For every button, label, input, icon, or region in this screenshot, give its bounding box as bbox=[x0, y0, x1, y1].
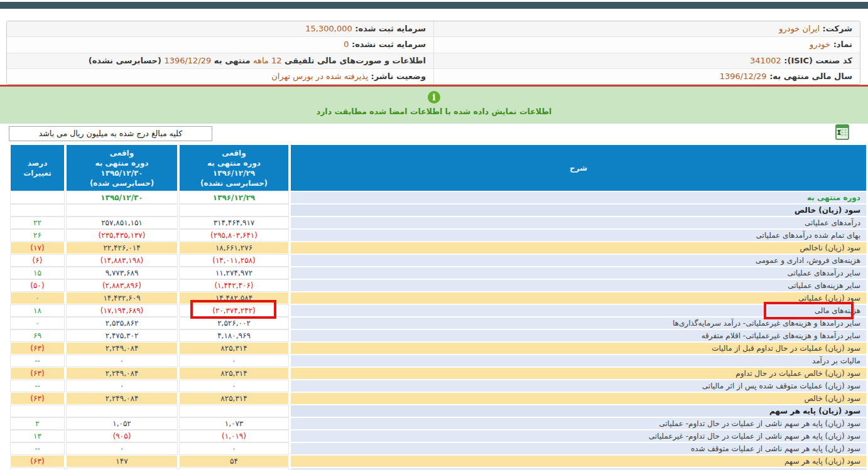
percent-change-cell: (۶) bbox=[10, 254, 65, 267]
info-cell-left: سرمایه ثبت شده: 15,300,000 bbox=[7, 21, 433, 36]
value-1396-cell: (۱۴,۰۱۱,۲۵۸) bbox=[179, 254, 289, 267]
desc-cell: مالیات بر درآمد bbox=[290, 355, 867, 367]
percent-change-cell bbox=[10, 467, 65, 470]
percent-change-cell: (۶۳) bbox=[10, 455, 65, 467]
info-cell-right: نماد: خودرو bbox=[433, 37, 860, 52]
desc-cell: سایر درآمدها و هزینه‌های غیرعملیاتی- درآ… bbox=[290, 317, 867, 329]
value-1395-cell: ۰ bbox=[66, 380, 178, 392]
value-1396-cell: ۸۲۵,۳۱۴ bbox=[179, 367, 289, 380]
value-1395-cell bbox=[66, 405, 178, 417]
desc-cell: درآمدهای عملیاتی bbox=[290, 216, 867, 229]
table-row: سود (زیان) عملیات متوقف شده پس از اثر ما… bbox=[10, 380, 867, 392]
company-info-panel: شرکت: ایران خودروسرمایه ثبت شده: 15,300,… bbox=[6, 21, 860, 85]
info-label: نماد: bbox=[830, 40, 852, 49]
desc-cell: هزینه‌های فروش، اداری و عمومی bbox=[290, 254, 867, 267]
table-row: سایر درآمدها و هزینه‌های غیرعملیاتی- اقل… bbox=[10, 329, 867, 342]
value-1395-cell: (۱۴,۸۸۳,۱۹۸) bbox=[66, 254, 178, 267]
percent-change-cell: ۱۸ bbox=[10, 304, 65, 317]
value-1396-cell: ۱۸,۶۶۱,۲۷۶ bbox=[179, 242, 289, 254]
desc-cell: سایر درآمدها و هزینه‌های غیرعملیاتی- اقل… bbox=[290, 329, 867, 342]
col-header-actual-1396: واقعیدوره منتهی به۱۳۹۶/۱۲/۲۹(حسابرسی نشد… bbox=[179, 144, 289, 191]
info-label: شرکت: bbox=[820, 24, 852, 33]
percent-change-cell: ۲۶ bbox=[10, 229, 65, 242]
desc-cell: سایر درآمدهای عملیاتی bbox=[290, 267, 867, 279]
value-1396-cell bbox=[179, 405, 289, 417]
info-label: کد صنعت (ISIC): bbox=[781, 56, 852, 65]
value-1395-cell: ۱۳۹۵/۱۲/۳۰ bbox=[66, 191, 178, 204]
value-1395-cell: (۱۷,۱۹۴,۶۸۹) bbox=[66, 304, 178, 317]
table-row: دوره منتهی به۱۳۹۶/۱۲/۲۹۱۳۹۵/۱۲/۳۰ bbox=[10, 191, 867, 204]
desc-cell: سود (زیان) پایه هر سهم bbox=[290, 455, 867, 467]
info-cell-left: سرمایه ثبت نشده: 0 bbox=[7, 37, 433, 52]
desc-cell: سود (زیان) خالص bbox=[290, 204, 867, 216]
info-cell-left: وضعیت ناشر: پذیرفته شده در بورس تهران bbox=[7, 69, 433, 84]
table-row: سود (زیان) پایه هر سهم ناشی از عملیات مت… bbox=[10, 442, 867, 455]
desc-cell bbox=[290, 467, 867, 470]
percent-change-cell: (۵۰) bbox=[10, 279, 65, 292]
table-row: سایر درآمدهای عملیاتی۱۱,۲۷۴,۹۷۲۹,۷۷۳,۶۸۹… bbox=[10, 267, 867, 279]
value-1395-cell: ۱۴,۴۳۲,۶۰۹ bbox=[66, 292, 178, 304]
value-1396-cell: ۱,۰۷۳ bbox=[179, 417, 289, 430]
col-header-desc: شرح bbox=[290, 144, 867, 191]
info-label: سال مالی منتهی به: bbox=[767, 72, 852, 81]
desc-cell: سایر هزینه‌های عملیاتی bbox=[290, 279, 867, 292]
value-1395-cell: (۲۳۵,۴۳۵,۱۳۷) bbox=[66, 229, 178, 242]
value-1396-cell bbox=[179, 204, 289, 216]
desc-cell: سود (زیان) پایه هر سهم ناشی از عملیات در… bbox=[290, 430, 867, 442]
value-1395-cell: ۲۵۷,۸۵۱,۱۵۱ bbox=[66, 216, 178, 229]
desc-cell: سود (زیان) پایه هر سهم ناشی از عملیات مت… bbox=[290, 442, 867, 455]
desc-cell: سود (زیان) عملیات متوقف شده پس از اثر ما… bbox=[290, 380, 867, 392]
value-1395-cell: ۱۴۷ bbox=[66, 455, 178, 467]
table-row: مالیات بر درآمد۰۰-- bbox=[10, 355, 867, 367]
value-1395-cell: ۲,۲۴۹,۰۸۴ bbox=[66, 367, 178, 380]
value-1395-cell: ۲۲,۴۲۶,۰۱۴ bbox=[66, 242, 178, 254]
percent-change-cell bbox=[10, 405, 65, 417]
info-cell-right: شرکت: ایران خودرو bbox=[433, 21, 860, 36]
info-value: خودرو bbox=[810, 40, 830, 49]
value-1395-cell: ۲,۲۴۹,۰۸۴ bbox=[66, 342, 178, 355]
info-value: ایران خودرو bbox=[779, 24, 820, 33]
percent-change-cell: ۲۲ bbox=[10, 216, 65, 229]
value-1395-cell: (۲,۸۸۳,۸۹۶) bbox=[66, 279, 178, 292]
desc-cell: سود (زیان) پایه هر سهم ناشی از عملیات در… bbox=[290, 417, 867, 430]
table-row: سود (زیان) پایه هر سهم۵۴۱۴۷(۶۳) bbox=[10, 455, 867, 467]
desc-cell: دوره منتهی به bbox=[290, 191, 867, 204]
info-label: سرمایه ثبت نشده: bbox=[349, 40, 426, 49]
info-value: پذیرفته شده در بورس تهران bbox=[271, 72, 368, 81]
percent-change-cell bbox=[10, 204, 65, 216]
info-label: وضعیت ناشر: bbox=[368, 72, 426, 81]
value-1395-cell bbox=[66, 467, 178, 470]
percent-change-cell: -- bbox=[10, 380, 65, 392]
table-row: سود (زیان) خالص bbox=[10, 204, 867, 216]
table-row: سود (زیان) پایه هر سهم ناشی از عملیات در… bbox=[10, 430, 867, 442]
table-row-financial-costs: هزینه‌های مالی(۲۰,۳۷۴,۲۴۲)(۱۷,۱۹۴,۶۸۹)۱۸ bbox=[10, 304, 867, 317]
info-cell-right: سال مالی منتهی به: 1396/12/29 bbox=[433, 69, 860, 84]
percent-change-cell: (۱۷) bbox=[10, 242, 65, 254]
percent-change-cell: (۶۳) bbox=[10, 342, 65, 355]
table-row: سود (زیان) عملیات در حال تداوم قبل از ما… bbox=[10, 342, 867, 355]
value-1396-cell: ۰ bbox=[179, 380, 289, 392]
table-row bbox=[10, 467, 867, 470]
excel-export-icon[interactable] bbox=[833, 124, 850, 141]
percent-change-cell: ۰ bbox=[10, 292, 65, 304]
info-row: کد صنعت (ISIC): 341002اطلاعات و صورت‌های… bbox=[7, 53, 860, 69]
value-1396-cell: (۱,۴۴۲,۴۰۶) bbox=[179, 279, 289, 292]
table-row: سود (زیان) عملیاتی۱۴,۴۸۲,۵۸۴۱۴,۴۳۲,۶۰۹۰ bbox=[10, 292, 867, 304]
desc-cell: سود (زیان) خالص عملیات در حال تداوم bbox=[290, 367, 867, 380]
info-value: 12 ماهه bbox=[253, 56, 281, 65]
value-1395-cell: ۰ bbox=[66, 442, 178, 455]
percent-change-cell: ۲ bbox=[10, 417, 65, 430]
info-row: نماد: خودروسرمایه ثبت نشده: 0 bbox=[7, 37, 860, 53]
info-label: سرمایه ثبت شده: bbox=[352, 24, 426, 33]
value-1396-cell: ۱۳۹۶/۱۲/۲۹ bbox=[179, 191, 289, 204]
value-1396-cell: ۳۱۴,۴۶۴,۹۱۷ bbox=[179, 216, 289, 229]
percent-change-cell: ۱۵ bbox=[10, 267, 65, 279]
value-1395-cell: ۲,۴۷۵,۳۰۲ bbox=[66, 329, 178, 342]
info-value: 15,300,000 bbox=[305, 24, 352, 33]
table-row: سود (زیان) ناخالص۱۸,۶۶۱,۲۷۶۲۲,۴۲۶,۰۱۴(۱۷… bbox=[10, 242, 867, 254]
table-row: سود (زیان) خالص۸۲۵,۳۱۴۲,۲۴۹,۰۸۴(۶۳) bbox=[10, 392, 867, 405]
page: شرکت: ایران خودروسرمایه ثبت شده: 15,300,… bbox=[0, 0, 868, 470]
value-1396-cell: ۸۲۵,۳۱۴ bbox=[179, 392, 289, 405]
value-1396-cell: ۰ bbox=[179, 355, 289, 367]
signature-match-banner: i اطلاعات نمایش داده شده با اطلاعات امضا… bbox=[0, 87, 868, 124]
